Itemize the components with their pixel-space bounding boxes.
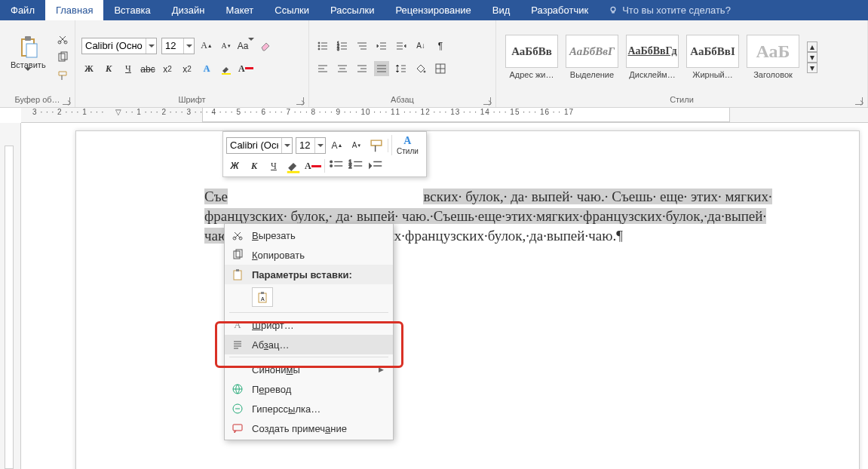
tab-design[interactable]: Дизайн — [161, 0, 216, 20]
mini-italic[interactable]: К — [246, 158, 262, 173]
mini-size-input[interactable] — [296, 139, 314, 151]
justify-button[interactable] — [374, 61, 389, 76]
chevron-down-icon[interactable] — [146, 38, 156, 54]
tab-home[interactable]: Главная — [45, 0, 103, 20]
style-bold[interactable]: АаБбВвІЖирный… — [683, 33, 742, 81]
style-label: Жирный… — [692, 70, 733, 79]
decrease-indent-button[interactable] — [374, 38, 389, 54]
align-left-icon — [317, 63, 329, 75]
cut-button[interactable] — [55, 32, 70, 47]
mini-outdent[interactable] — [367, 158, 384, 173]
chevron-down-icon[interactable] — [281, 138, 292, 153]
cm-font[interactable]: A Шрифт… — [225, 315, 393, 335]
align-center-button[interactable] — [335, 61, 350, 76]
font-color-button[interactable]: A — [238, 62, 253, 77]
sort-button[interactable]: А↓ — [413, 38, 428, 54]
mini-highlight[interactable] — [285, 158, 302, 173]
cm-paragraph[interactable]: Абзац… — [225, 335, 393, 354]
shrink-font-button[interactable]: A▼ — [219, 38, 234, 54]
cm-hyperlink[interactable]: Гиперссылка… — [225, 399, 393, 418]
mini-grow-font[interactable]: A▲ — [329, 138, 345, 153]
line-spacing-button[interactable] — [394, 61, 409, 76]
svg-rect-33 — [233, 425, 242, 431]
tab-view[interactable]: Вид — [482, 0, 521, 20]
align-right-button[interactable] — [354, 61, 370, 76]
bold-button[interactable]: Ж — [81, 62, 97, 77]
styles-scroll-down[interactable]: ▾ — [807, 52, 817, 63]
tab-developer[interactable]: Разработчик — [520, 0, 599, 20]
change-case-button[interactable]: Aa — [238, 38, 253, 54]
multilevel-button[interactable] — [354, 38, 370, 54]
context-menu: Вырезать Копировать Параметры вставки: A… — [224, 223, 394, 440]
strike-button[interactable]: abc — [140, 62, 155, 77]
mini-font-input[interactable] — [227, 139, 281, 151]
style-heading[interactable]: АаБЗаголовок — [744, 33, 802, 81]
mini-styles-button[interactable]: A Стили — [391, 135, 423, 155]
align-left-button[interactable] — [315, 61, 330, 76]
chevron-down-icon[interactable] — [183, 38, 194, 54]
text-effects-button[interactable]: A — [199, 62, 214, 77]
tab-mailings[interactable]: Рассылки — [320, 0, 385, 20]
bullets-button[interactable] — [315, 38, 330, 54]
horizontal-ruler[interactable]: 3 · · · 2 · · · 1 · · · ▽ · · 1 · · · 2 … — [21, 108, 868, 123]
mini-underline[interactable]: Ч — [265, 158, 282, 173]
tab-references[interactable]: Ссылки — [264, 0, 320, 20]
mini-numbering[interactable]: 12 — [348, 158, 364, 173]
shading-button[interactable] — [413, 61, 428, 76]
tab-layout[interactable]: Макет — [215, 0, 264, 20]
format-painter-button[interactable] — [55, 68, 70, 83]
align-center-icon — [336, 63, 348, 75]
style-address[interactable]: АаБбВвАдрес жи… — [502, 33, 561, 81]
cm-cut[interactable]: Вырезать — [225, 225, 393, 245]
mini-format-painter[interactable] — [368, 138, 385, 153]
grow-font-button[interactable]: A▲ — [199, 38, 214, 54]
styles-expand[interactable]: ▾ — [807, 63, 817, 73]
borders-button[interactable] — [433, 61, 448, 76]
styles-launcher[interactable] — [855, 97, 863, 105]
mini-font-combo[interactable] — [226, 137, 293, 154]
cm-comment[interactable]: Создать примечание — [225, 418, 393, 438]
cm-paste-header: Параметры вставки: — [225, 265, 393, 284]
clipboard-icon — [232, 268, 244, 280]
clipboard-launcher[interactable] — [63, 97, 70, 105]
show-marks-button[interactable]: ¶ — [433, 38, 448, 54]
numbering-button[interactable]: 123 — [335, 38, 350, 54]
cm-synonyms[interactable]: Синонимы ▶ — [225, 360, 393, 379]
italic-button[interactable]: К — [101, 62, 116, 77]
style-emphasis[interactable]: АаБбВвГВыделение — [563, 33, 621, 81]
font-name-input[interactable] — [82, 40, 146, 51]
tab-review[interactable]: Рецензирование — [385, 0, 481, 20]
styles-scroll-up[interactable]: ▴ — [807, 41, 817, 52]
tab-insert[interactable]: Вставка — [103, 0, 161, 20]
clear-format-button[interactable] — [258, 38, 273, 54]
superscript-button[interactable]: x2 — [179, 62, 195, 77]
chevron-down-icon[interactable] — [314, 138, 325, 153]
cm-copy[interactable]: Копировать — [225, 245, 393, 265]
font-size-combo[interactable] — [161, 38, 195, 54]
tab-file[interactable]: Файл — [0, 0, 45, 20]
mini-bullets[interactable] — [328, 158, 345, 173]
paste-button[interactable]: Вставить — [6, 33, 51, 81]
document-page[interactable]: Съе вских· булок,· да· выпей· чаю.· Съеш… — [75, 130, 860, 469]
subscript-button[interactable]: x2 — [160, 62, 175, 77]
highlight-button[interactable] — [219, 62, 234, 77]
mini-font-color[interactable]: A — [305, 158, 321, 173]
font-size-input[interactable] — [162, 40, 183, 51]
underline-button[interactable]: Ч — [121, 62, 136, 77]
paragraph-launcher[interactable] — [483, 97, 491, 105]
tell-me[interactable]: Что вы хотите сделать? — [599, 0, 740, 20]
font-launcher[interactable] — [296, 97, 304, 105]
copy-button[interactable] — [55, 50, 70, 65]
mini-size-combo[interactable] — [296, 137, 326, 154]
style-disclaimer[interactable]: АаБбВвГдДисклейм… — [623, 33, 682, 81]
increase-indent-button[interactable] — [394, 38, 409, 54]
vertical-ruler[interactable] — [0, 123, 21, 469]
mini-bold[interactable]: Ж — [226, 158, 243, 173]
cm-translate[interactable]: Перевод — [225, 379, 393, 399]
cm-paste-keep-source[interactable]: A — [252, 287, 273, 307]
multilevel-icon — [356, 40, 368, 52]
tell-me-label: Что вы хотите сделать? — [622, 5, 731, 16]
mini-shrink-font[interactable]: A▼ — [348, 138, 365, 153]
font-name-combo[interactable] — [81, 38, 157, 54]
numbering-icon: 12 — [348, 158, 364, 174]
